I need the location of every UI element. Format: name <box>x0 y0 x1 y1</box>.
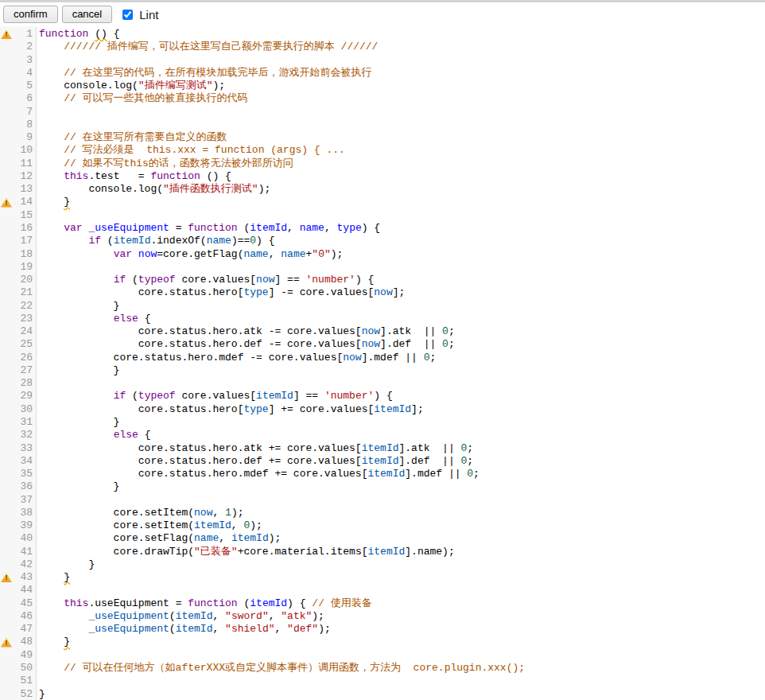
code-line[interactable]: this.useEquipment = function (itemId) { … <box>37 597 765 610</box>
code-line[interactable]: core.status.hero.def += core.values[item… <box>37 455 765 468</box>
code-line-row: 15 <box>0 209 765 222</box>
code-line-row: 20 if (typeof core.values[now] == 'numbe… <box>0 274 765 286</box>
code-line[interactable] <box>37 675 765 687</box>
code-line-row: 35 core.status.hero.mdef += core.values[… <box>0 468 765 480</box>
code-line[interactable]: core.drawTip("已装备"+core.material.items[i… <box>37 546 765 558</box>
code-line-row: 50 // 可以在任何地方（如afterXXX或自定义脚本事件）调用函数，方法为… <box>0 662 765 675</box>
code-line[interactable]: if (itemId.indexOf(name)==0) { <box>37 235 765 247</box>
code-line-row: 33 core.status.hero.atk += core.values[i… <box>0 442 765 455</box>
code-line[interactable]: core.status.hero.atk -= core.values[now]… <box>37 325 765 338</box>
lint-marker-empty <box>0 131 13 144</box>
line-number: 32 <box>13 429 33 441</box>
code-line[interactable]: // 在这里写的代码，在所有模块加载完毕后，游戏开始前会被执行 <box>37 67 765 80</box>
lint-marker-empty <box>0 364 13 377</box>
code-line[interactable]: } <box>37 364 765 377</box>
code-line[interactable]: _useEquipment(itemId, "sword", "atk"); <box>37 610 765 623</box>
code-line-row: 21 core.status.hero[type] -= core.values… <box>0 286 765 299</box>
lint-marker-empty <box>0 494 13 507</box>
line-number: 34 <box>13 455 33 468</box>
code-line[interactable]: } <box>37 688 765 700</box>
lint-warning-icon[interactable]: ! <box>0 196 13 208</box>
code-line[interactable] <box>37 494 765 507</box>
lint-checkbox[interactable] <box>122 10 133 20</box>
lint-warning-icon[interactable]: ! <box>0 571 13 584</box>
code-line[interactable]: } <box>37 300 765 313</box>
lint-marker-empty <box>0 54 13 67</box>
code-line[interactable]: } <box>37 480 765 493</box>
code-line-row: 36 } <box>0 480 765 493</box>
lint-warning-icon[interactable]: ! <box>0 28 13 41</box>
warning-triangle-icon: ! <box>1 29 12 39</box>
code-line[interactable]: } <box>37 558 765 571</box>
code-line[interactable]: core.status.hero.def -= core.values[now]… <box>37 338 765 351</box>
lint-marker-empty <box>0 584 13 597</box>
code-line[interactable]: // 写法必须是 this.xxx = function (args) { ..… <box>37 144 765 157</box>
line-number: 6 <box>13 92 33 105</box>
code-line[interactable] <box>37 377 765 390</box>
code-line[interactable]: else { <box>37 313 765 325</box>
line-number: 49 <box>13 649 33 662</box>
code-line[interactable]: var now=core.getFlag(name, name+"0"); <box>37 248 765 261</box>
warning-triangle-icon: ! <box>1 198 12 208</box>
code-line-row: 49 <box>0 649 765 662</box>
code-line[interactable]: console.log("插件编写测试"); <box>37 80 765 92</box>
code-line[interactable]: this.test = function () { <box>37 170 765 183</box>
code-line[interactable]: ////// 插件编写，可以在这里写自己额外需要执行的脚本 ////// <box>37 41 765 53</box>
lint-marker-empty <box>0 507 13 519</box>
line-number: 23 <box>13 313 33 325</box>
code-line[interactable]: } <box>37 196 765 208</box>
code-line-row: 45 this.useEquipment = function (itemId)… <box>0 597 765 610</box>
line-number: 47 <box>13 623 33 636</box>
code-line[interactable]: // 可以写一些其他的被直接执行的代码 <box>37 92 765 105</box>
code-line[interactable]: core.status.hero.atk += core.values[item… <box>37 442 765 455</box>
confirm-button[interactable]: confirm <box>3 6 58 23</box>
code-line[interactable] <box>37 209 765 222</box>
line-number: 43 <box>13 571 33 584</box>
code-line[interactable]: } <box>37 636 765 648</box>
code-line[interactable]: if (typeof core.values[now] == 'number')… <box>37 274 765 286</box>
code-line[interactable]: if (typeof core.values[itemId] == 'numbe… <box>37 390 765 402</box>
code-line[interactable]: core.status.hero.mdef += core.values[ite… <box>37 468 765 480</box>
line-number: 51 <box>13 675 33 687</box>
code-line[interactable] <box>37 584 765 597</box>
code-line[interactable]: // 如果不写this的话，函数将无法被外部所访问 <box>37 158 765 170</box>
code-line-row: 34 core.status.hero.def += core.values[i… <box>0 455 765 468</box>
code-line[interactable] <box>37 649 765 662</box>
code-line[interactable]: core.setFlag(name, itemId); <box>37 532 765 545</box>
code-line[interactable]: core.setItem(now, 1); <box>37 507 765 519</box>
line-number: 14 <box>13 196 33 208</box>
code-line[interactable]: core.status.hero.mdef -= core.values[now… <box>37 352 765 364</box>
lint-marker-empty <box>0 597 13 610</box>
code-line[interactable]: function () { <box>37 28 765 41</box>
code-line[interactable]: _useEquipment(itemId, "shield", "def"); <box>37 623 765 636</box>
line-number: 38 <box>13 507 33 519</box>
code-line[interactable] <box>37 119 765 131</box>
line-number: 26 <box>13 352 33 364</box>
code-line[interactable] <box>37 261 765 274</box>
line-number: 12 <box>13 170 33 183</box>
lint-marker-empty <box>0 274 13 286</box>
code-line[interactable]: core.status.hero[type] += core.values[it… <box>37 403 765 416</box>
code-line-row: 26 core.status.hero.mdef -= core.values[… <box>0 352 765 364</box>
code-line[interactable] <box>37 54 765 67</box>
code-line[interactable]: core.setItem(itemId, 0); <box>37 519 765 532</box>
code-line[interactable]: } <box>37 571 765 584</box>
code-line[interactable]: var _useEquipment = function (itemId, na… <box>37 222 765 235</box>
line-number: 17 <box>13 235 33 247</box>
code-line[interactable]: // 在这里写所有需要自定义的函数 <box>37 131 765 144</box>
code-lines: !1function () {2 ////// 插件编写，可以在这里写自己额外需… <box>0 26 765 700</box>
warning-triangle-icon: ! <box>1 638 12 648</box>
code-line-row: 29 if (typeof core.values[itemId] == 'nu… <box>0 390 765 402</box>
lint-marker-empty <box>0 92 13 105</box>
code-line[interactable] <box>37 106 765 119</box>
code-line[interactable]: // 可以在任何地方（如afterXXX或自定义脚本事件）调用函数，方法为 co… <box>37 662 765 675</box>
code-line[interactable]: else { <box>37 429 765 441</box>
lint-marker-empty <box>0 675 13 687</box>
code-line[interactable]: } <box>37 416 765 429</box>
code-line[interactable]: console.log("插件函数执行测试"); <box>37 183 765 196</box>
code-editor[interactable]: !1function () {2 ////// 插件编写，可以在这里写自己额外需… <box>0 26 765 700</box>
cancel-button[interactable]: cancel <box>62 6 113 23</box>
lint-marker-empty <box>0 532 13 545</box>
lint-warning-icon[interactable]: ! <box>0 636 13 648</box>
code-line[interactable]: core.status.hero[type] -= core.values[no… <box>37 286 765 299</box>
